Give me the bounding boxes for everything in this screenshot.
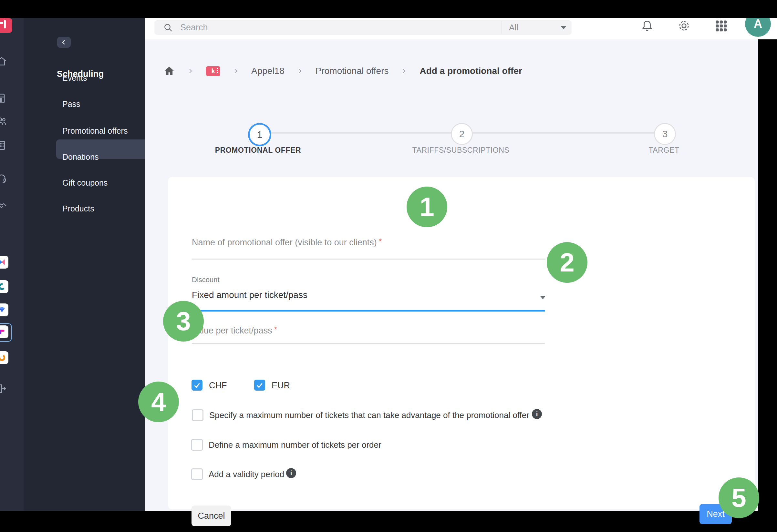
value-input[interactable]	[192, 343, 545, 344]
chevron-right-icon	[187, 67, 194, 75]
search-bar[interactable]: Search All	[154, 20, 572, 35]
app-tile-ticketing-selected[interactable]	[0, 325, 8, 338]
kmeet-swirl-icon	[0, 282, 6, 291]
sidebar-menu: Scheduling Events Pass Promotional offer…	[24, 18, 145, 511]
collapse-sidebar-button[interactable]	[57, 37, 71, 48]
search-divider	[502, 21, 502, 33]
chevron-down-icon	[561, 26, 566, 29]
offer-name-field-label: Name of promotional offer (visible to ou…	[192, 237, 382, 248]
kdrive-arrow-icon	[0, 306, 6, 314]
top-header: Search All A	[145, 18, 777, 39]
sidebar-item-events[interactable]: Events	[62, 72, 87, 83]
offer-name-input[interactable]	[192, 259, 545, 260]
step-2-circle[interactable]: 2	[451, 123, 473, 145]
sidebar-item-gift-coupons[interactable]: Gift coupons	[62, 177, 108, 188]
venue-icon[interactable]	[0, 139, 7, 151]
annotation-badge-5: 5	[718, 478, 759, 518]
sidebar-item-promotional-offers[interactable]: Promotional offers	[62, 125, 128, 136]
annotation-badge-3: 3	[163, 301, 204, 342]
check-icon	[255, 381, 264, 389]
apps-grid-icon[interactable]	[714, 19, 728, 33]
chevron-right-icon	[296, 67, 304, 75]
page-content: k Appel18 Promotional offers Add a promo…	[145, 39, 758, 511]
billing-icon[interactable]	[0, 93, 7, 104]
breadcrumb: k Appel18 Promotional offers Add a promo…	[163, 65, 522, 77]
search-filter-select[interactable]: All	[509, 22, 518, 33]
discount-select-underline	[192, 310, 545, 311]
max-per-order-checkbox[interactable]	[191, 439, 203, 451]
discount-select[interactable]: Fixed amount per ticket/pass	[192, 290, 308, 300]
orange-swoosh-icon	[0, 354, 6, 362]
currency-chf-label: CHF	[209, 381, 227, 391]
breadcrumb-home-icon[interactable]	[163, 65, 175, 77]
app-tile-ksuite[interactable]	[0, 256, 8, 269]
chevron-left-icon	[60, 38, 68, 46]
annotation-badge-2: 2	[547, 242, 587, 283]
app-tile-kmeet[interactable]	[0, 280, 8, 293]
step-2-label: TARIFFS/SUBSCRIPTIONS	[380, 146, 542, 155]
ksuite-x-icon	[0, 258, 6, 266]
currency-chf-checkbox[interactable]	[192, 380, 203, 391]
currency-eur-label: EUR	[271, 381, 290, 391]
breadcrumb-ticketing-icon[interactable]: k	[206, 66, 220, 76]
support-icon[interactable]	[0, 173, 7, 184]
annotation-badge-1: 1	[407, 186, 447, 227]
max-per-order-label: Define a maximum number of tickets per o…	[209, 440, 381, 450]
breadcrumb-section[interactable]: Promotional offers	[316, 66, 389, 76]
cancel-button[interactable]: Cancel	[192, 506, 231, 526]
step-3-circle[interactable]: 3	[654, 123, 676, 145]
required-asterisk: *	[274, 325, 277, 334]
max-tickets-label: Specify a maximum number of tickets that…	[209, 410, 529, 420]
sidebar-item-products[interactable]: Products	[62, 203, 94, 214]
annotation-badge-4: 4	[138, 382, 179, 422]
currency-eur-checkbox[interactable]	[254, 380, 265, 391]
info-icon[interactable]: i	[286, 468, 296, 478]
chevron-right-icon	[232, 67, 240, 75]
info-icon[interactable]: i	[532, 409, 542, 419]
discount-select-label: Discount	[192, 276, 220, 284]
ticketing-logo-icon	[0, 328, 6, 336]
required-asterisk: *	[379, 237, 382, 246]
search-icon	[163, 23, 173, 33]
breadcrumb-org[interactable]: Appel18	[251, 66, 285, 76]
settings-gear-icon[interactable]	[677, 19, 691, 33]
app-window: Scheduling Events Pass Promotional offer…	[0, 0, 777, 532]
chevron-down-icon[interactable]	[540, 296, 546, 299]
app-rail	[0, 18, 24, 511]
sidebar-item-donations[interactable]: Donations	[62, 151, 99, 162]
brand-logo-glyph	[0, 22, 3, 24]
brand-logo[interactable]	[0, 18, 12, 33]
promotional-offer-form-card: Name of promotional offer (visible to ou…	[168, 177, 755, 509]
value-field-label: Value per ticket/pass*	[192, 325, 277, 336]
logout-icon[interactable]	[0, 383, 7, 394]
validity-period-checkbox[interactable]	[191, 469, 203, 480]
breadcrumb-current: Add a promotional offer	[420, 66, 522, 76]
step-1-label: PROMOTIONAL OFFER	[177, 146, 339, 155]
app-tile-kdrive[interactable]	[0, 303, 8, 316]
step-3-label: TARGET	[583, 146, 745, 155]
sidebar-item-pass[interactable]: Pass	[62, 99, 81, 109]
search-input[interactable]: Search	[180, 22, 208, 33]
clients-icon[interactable]	[0, 116, 7, 127]
chevron-right-icon	[400, 67, 408, 75]
home-icon[interactable]	[0, 55, 7, 67]
partners-icon[interactable]	[0, 200, 7, 211]
notifications-bell-icon[interactable]	[640, 19, 654, 33]
letterbox-top	[0, 0, 777, 18]
validity-period-label: Add a validity period	[209, 470, 284, 480]
check-icon	[193, 381, 201, 389]
max-tickets-checkbox[interactable]	[192, 409, 204, 421]
step-1-circle[interactable]: 1	[248, 123, 271, 146]
app-tile-kpaint[interactable]	[0, 351, 8, 364]
